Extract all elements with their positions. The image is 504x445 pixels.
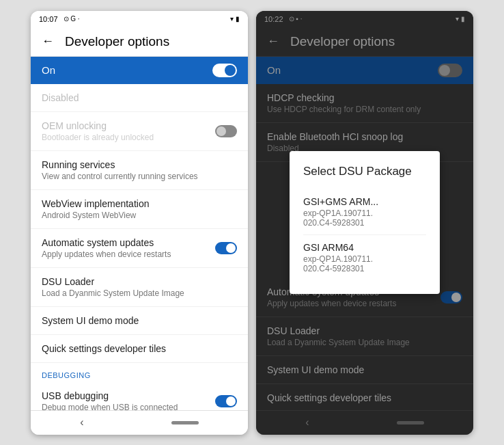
debugging-section-header: DEBUGGING: [31, 363, 248, 382]
list-item[interactable]: Automatic system updates Apply updates w…: [31, 229, 248, 268]
list-item[interactable]: DSU Loader Load a Dyanmic System Update …: [31, 268, 248, 307]
list-item[interactable]: Quick settings developer tiles: [31, 335, 248, 363]
oem-unlocking-sub: Bootloader is already unlocked: [42, 133, 154, 142]
oem-toggle-thumb: [216, 126, 226, 136]
left-status-icons-left: ⊙ G ·: [64, 15, 80, 23]
dsu-loader-sub: Load a Dyanmic System Update Image: [42, 288, 184, 298]
dialog-option-1-title: GSI+GMS ARM...: [303, 196, 426, 207]
list-item[interactable]: WebView implementation Android System We…: [31, 190, 248, 229]
right-phone-wrapper: 10:22 ⊙ ▪ · ▾ ▮ ← Developer options On: [256, 11, 473, 435]
webview-sub: Android System WebView: [42, 211, 149, 220]
auto-updates-title: Automatic system updates: [42, 237, 171, 248]
auto-updates-toggle-thumb: [226, 243, 236, 253]
quick-settings-title: Quick settings developer tiles: [42, 343, 166, 354]
left-on-label: On: [42, 64, 55, 76]
left-toggle-thumb: [225, 65, 236, 76]
oem-toggle[interactable]: [215, 125, 237, 137]
back-nav-icon[interactable]: ‹: [80, 416, 83, 429]
left-phone: 10:07 ⊙ G · ▾ ▮ ← Developer options On D…: [31, 11, 248, 435]
usb-debug-sub: Debug mode when USB is connected: [42, 403, 178, 410]
usb-debug-toggle-thumb: [226, 396, 236, 406]
dialog-option-2-title: GSI ARM64: [303, 242, 426, 253]
dialog-overlay: Select DSU Package GSI+GMS ARM... exp-QP…: [256, 11, 473, 435]
disabled-label: Disabled: [42, 92, 79, 103]
list-item[interactable]: System UI demo mode: [31, 307, 248, 335]
webview-title: WebView implementation: [42, 198, 149, 209]
left-content: Disabled OEM unlocking Bootloader is alr…: [31, 84, 248, 410]
dialog-option-1-sub: exp-QP1A.190711.020.C4-5928301: [303, 208, 426, 228]
auto-updates-toggle[interactable]: [215, 242, 237, 254]
dsu-loader-title: DSU Loader: [42, 276, 184, 287]
left-toggle-bar: On: [31, 57, 248, 84]
dialog-title: Select DSU Package: [303, 165, 426, 178]
list-item[interactable]: USB debugging Debug mode when USB is con…: [31, 382, 248, 410]
left-time: 10:07: [39, 15, 58, 23]
auto-updates-sub: Apply updates when device restarts: [42, 250, 171, 259]
list-item[interactable]: Running services View and control curren…: [31, 151, 248, 190]
left-back-button[interactable]: ←: [42, 34, 54, 49]
select-dsu-dialog: Select DSU Package GSI+GMS ARM... exp-QP…: [290, 151, 440, 294]
system-ui-title: System UI demo mode: [42, 315, 139, 326]
left-header: ← Developer options: [31, 27, 248, 57]
list-item: Disabled: [31, 84, 248, 112]
dialog-option-1[interactable]: GSI+GMS ARM... exp-QP1A.190711.020.C4-59…: [303, 189, 426, 235]
home-pill[interactable]: [171, 421, 199, 424]
oem-unlocking-title: OEM unlocking: [42, 120, 154, 131]
left-page-title: Developer options: [65, 34, 169, 49]
usb-debug-title: USB debugging: [42, 390, 178, 401]
usb-debug-toggle[interactable]: [215, 395, 237, 407]
dialog-option-2[interactable]: GSI ARM64 exp-QP1A.190711.020.C4-5928301: [303, 235, 426, 280]
dialog-option-2-sub: exp-QP1A.190711.020.C4-5928301: [303, 254, 426, 273]
running-services-sub: View and control currently running servi…: [42, 172, 198, 181]
running-services-title: Running services: [42, 159, 198, 170]
left-status-bar: 10:07 ⊙ G · ▾ ▮: [31, 11, 248, 27]
left-main-toggle[interactable]: [212, 64, 237, 77]
left-status-icons-right: ▾ ▮: [230, 15, 240, 23]
list-item[interactable]: OEM unlocking Bootloader is already unlo…: [31, 112, 248, 151]
left-nav-bar: ‹: [31, 410, 248, 435]
